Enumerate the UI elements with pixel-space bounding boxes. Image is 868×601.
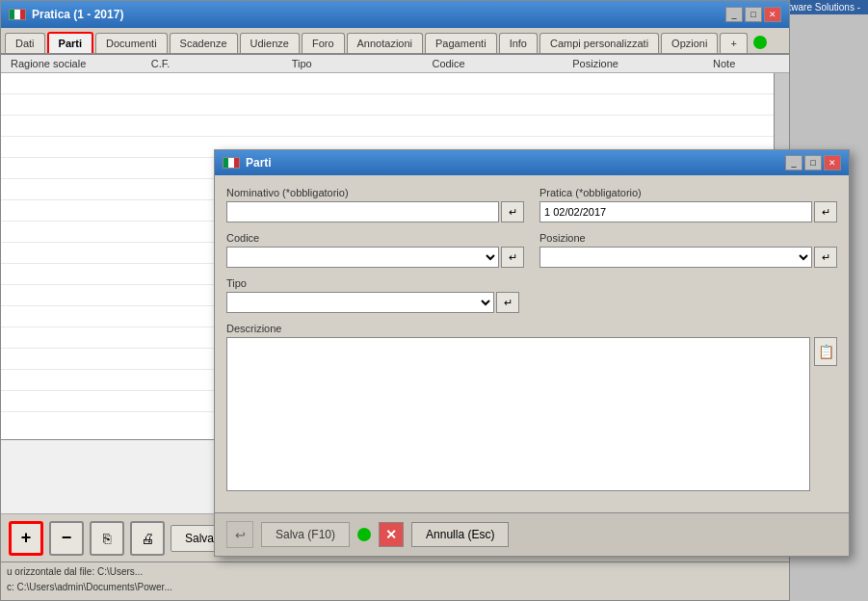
clipboard-icon: 📋	[818, 344, 834, 359]
form-row-3: Tipo ↵	[226, 277, 837, 313]
posizione-lookup-button[interactable]: ↵	[814, 247, 837, 268]
main-title-bar: Pratica (1 - 2017) _ □ ✕	[1, 1, 789, 28]
descrizione-action-button[interactable]: 📋	[814, 337, 837, 366]
pratica-lookup-button[interactable]: ↵	[814, 201, 837, 222]
dialog-body: Nominativo (*obbligatorio) ↵ Pratica (*o…	[215, 175, 849, 512]
nominativo-input[interactable]	[226, 201, 499, 222]
table-header: Ragione sociale C.F. Tipo Codice Posizio…	[1, 55, 789, 73]
tab-dati[interactable]: Dati	[5, 33, 45, 53]
table-row	[1, 73, 789, 94]
col-ragione-sociale: Ragione sociale	[7, 58, 147, 69]
lookup-icon: ↵	[509, 206, 517, 219]
dialog-cancel-x-button[interactable]: ✕	[379, 522, 404, 547]
tipo-label: Tipo	[226, 277, 519, 289]
col-posizione: Posizione	[568, 58, 709, 69]
dialog-flag-icon	[223, 157, 240, 169]
dialog-minimize-button[interactable]: _	[785, 155, 802, 170]
descrizione-area: Descrizione 📋	[226, 323, 837, 491]
form-row-1: Nominativo (*obbligatorio) ↵ Pratica (*o…	[226, 187, 837, 222]
descrizione-label: Descrizione	[226, 323, 837, 334]
parti-dialog: Parti _ □ ✕ Nominativo (*obbligatorio) ↵…	[214, 149, 850, 557]
tab-udienze[interactable]: Udienze	[240, 33, 300, 53]
codice-select[interactable]	[226, 247, 499, 268]
table-row	[1, 116, 789, 137]
dialog-save-button[interactable]: Salva (F10)	[261, 522, 350, 547]
lookup-icon-2: ↵	[822, 206, 830, 219]
col-note: Note	[709, 58, 783, 69]
descrizione-textarea[interactable]	[226, 337, 810, 491]
tab-scadenze[interactable]: Scadenze	[170, 33, 238, 53]
status-line-2: c: C:\Users\admin\Documents\Power...	[7, 580, 783, 595]
posizione-label: Posizione	[539, 232, 837, 244]
dialog-close-button[interactable]: ✕	[824, 155, 841, 170]
form-row-2: Codice ↵ Posizione ↵	[226, 232, 837, 268]
dialog-maximize-button[interactable]: □	[804, 155, 822, 170]
add-button[interactable]: +	[9, 521, 43, 556]
pratica-label: Pratica (*obbligatorio)	[539, 187, 837, 198]
codice-lookup-button[interactable]: ↵	[501, 247, 524, 268]
pratica-input[interactable]	[539, 201, 812, 222]
main-window-title: Pratica (1 - 2017)	[32, 8, 123, 21]
dialog-cancel-label: Annulla (Esc)	[426, 528, 494, 541]
green-status-dot	[753, 36, 767, 49]
tab-pagamenti[interactable]: Pagamenti	[425, 33, 497, 53]
status-bar: u orizzontale dal file: C:\Users... c: C…	[1, 562, 789, 600]
lookup-icon-3: ↵	[509, 251, 517, 264]
nominativo-label: Nominativo (*obbligatorio)	[226, 187, 524, 198]
close-button[interactable]: ✕	[764, 7, 781, 22]
status-line-1: u orizzontale dal file: C:\Users...	[7, 564, 783, 580]
lookup-icon-5: ↵	[504, 297, 513, 309]
tipo-select[interactable]	[226, 292, 494, 313]
copy-button[interactable]: ⎘	[90, 521, 124, 556]
tab-plus[interactable]: +	[720, 33, 747, 53]
dialog-bottom-bar: ↩ Salva (F10) ✕ Annulla (Esc)	[215, 512, 849, 556]
col-codice: Codice	[428, 58, 568, 69]
tab-documenti[interactable]: Documenti	[95, 33, 168, 53]
nominativo-group: Nominativo (*obbligatorio) ↵	[226, 187, 524, 222]
tab-info[interactable]: Info	[499, 33, 538, 53]
posizione-select[interactable]	[539, 247, 812, 268]
col-tipo: Tipo	[288, 58, 429, 69]
dialog-back-button[interactable]: ↩	[226, 521, 253, 548]
print-icon: 🖨	[141, 531, 154, 546]
dialog-green-dot	[357, 528, 371, 541]
lookup-icon-4: ↵	[822, 251, 830, 264]
flag-icon	[9, 9, 26, 20]
dialog-title-bar: Parti _ □ ✕	[215, 150, 849, 175]
posizione-group: Posizione ↵	[539, 232, 837, 268]
tab-campi-personalizzati[interactable]: Campi personalizzati	[539, 33, 659, 53]
col-cf: C.F.	[147, 58, 288, 69]
tipo-lookup-button[interactable]: ↵	[496, 292, 519, 313]
print-button[interactable]: 🖨	[130, 521, 165, 556]
dialog-title: Parti	[246, 156, 272, 170]
dialog-cancel-button[interactable]: Annulla (Esc)	[411, 522, 509, 547]
copy-icon: ⎘	[103, 531, 111, 546]
minus-icon: −	[62, 528, 72, 548]
maximize-button[interactable]: □	[745, 7, 762, 22]
tab-bar: Dati Parti Documenti Scadenze Udienze Fo…	[1, 28, 789, 55]
nominativo-lookup-button[interactable]: ↵	[501, 201, 524, 222]
minimize-button[interactable]: _	[725, 7, 743, 22]
codice-label: Codice	[226, 232, 524, 244]
plus-icon: +	[21, 528, 32, 548]
codice-group: Codice ↵	[226, 232, 524, 268]
tab-parti[interactable]: Parti	[47, 32, 93, 53]
table-row	[1, 94, 789, 116]
tab-opzioni[interactable]: Opzioni	[661, 33, 718, 53]
tab-annotazioni[interactable]: Annotazioni	[347, 33, 424, 53]
tipo-group: Tipo ↵	[226, 277, 519, 313]
tab-foro[interactable]: Foro	[302, 33, 345, 53]
dialog-save-label: Salva (F10)	[276, 528, 335, 541]
pratica-group: Pratica (*obbligatorio) ↵	[539, 187, 837, 222]
back-icon: ↩	[235, 528, 246, 542]
remove-button[interactable]: −	[49, 521, 84, 556]
cancel-x-icon: ✕	[385, 527, 397, 542]
